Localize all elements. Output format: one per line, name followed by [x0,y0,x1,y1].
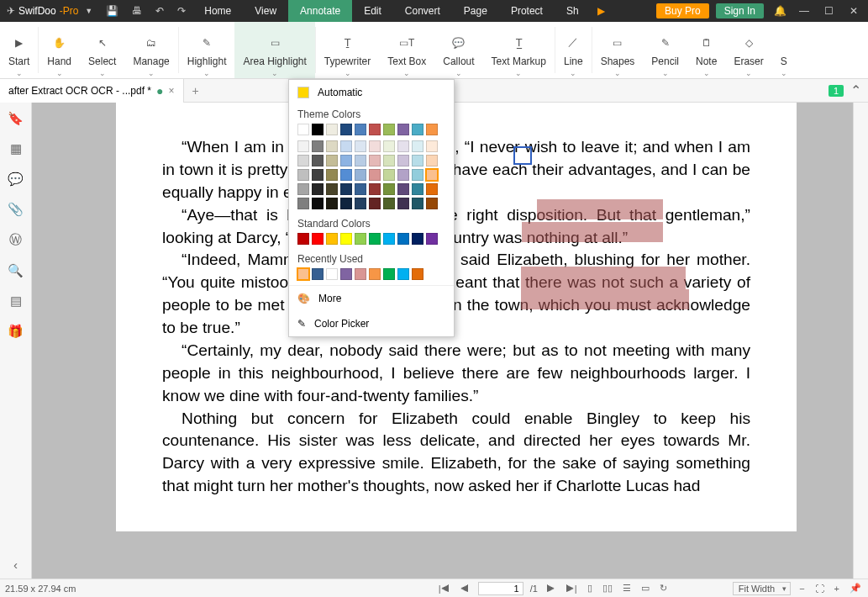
color-swatch[interactable] [383,140,395,152]
color-swatch[interactable] [340,155,352,166]
color-swatch[interactable] [355,183,366,195]
color-swatch[interactable] [412,169,423,181]
color-swatch[interactable] [369,183,381,195]
color-swatch[interactable] [312,124,324,135]
color-swatch[interactable] [297,183,309,195]
page-number-input[interactable] [478,582,523,595]
sidebar-collapse-icon[interactable]: ‹ [13,557,18,572]
read-mode-icon[interactable]: ▭ [639,583,651,594]
color-swatch[interactable] [312,169,324,181]
ribbon-note[interactable]: 🗒Note⌄ [687,22,725,78]
gift-icon[interactable]: 🎁 [8,324,24,339]
color-swatch[interactable] [383,183,395,195]
color-swatch[interactable] [412,198,423,209]
fullscreen-icon[interactable]: ⛶ [813,584,826,594]
zoom-in-button[interactable]: + [833,584,841,594]
color-swatch[interactable] [412,140,423,152]
buy-pro-button[interactable]: Buy Pro [656,3,709,18]
color-swatch[interactable] [397,155,409,166]
color-swatch[interactable] [355,198,366,209]
color-swatch[interactable] [297,140,309,152]
color-swatch[interactable] [397,198,409,209]
attachments-icon[interactable]: 📎 [8,202,24,217]
color-swatch[interactable] [412,233,423,245]
ribbon-text-box[interactable]: ▭TText Box⌄ [379,22,434,78]
ribbon-area-highlight[interactable]: ▭Area Highlight⌄ [234,22,314,78]
color-swatch[interactable] [383,268,395,280]
color-swatch[interactable] [369,198,381,209]
color-swatch[interactable] [383,233,395,245]
color-swatch[interactable] [426,124,438,135]
zoom-out-button[interactable]: − [797,584,806,594]
color-swatch[interactable] [383,124,395,135]
menu-edit[interactable]: Edit [352,0,393,22]
color-swatch[interactable] [355,155,366,166]
ribbon-line[interactable]: ／Line⌄ [555,22,592,78]
comments-icon[interactable]: 💬 [8,172,24,187]
tab-close-icon[interactable]: × [169,85,175,97]
add-tab-button[interactable]: + [184,84,208,98]
prev-page-button[interactable]: ⯇ [459,584,471,594]
color-swatch[interactable] [355,268,366,280]
color-swatch[interactable] [426,155,438,166]
color-swatch[interactable] [297,233,309,245]
color-swatch[interactable] [397,233,409,245]
color-swatch[interactable] [326,155,338,166]
color-swatch[interactable] [369,268,381,280]
ribbon-start[interactable]: ▶Start⌄ [0,22,38,78]
menu-page[interactable]: Page [452,0,499,22]
rotate-icon[interactable]: ↻ [658,583,669,594]
two-page-view-icon[interactable]: ▯▯ [601,583,614,594]
ribbon-eraser[interactable]: ◇Eraser⌄ [725,22,771,78]
color-swatch[interactable] [412,268,423,280]
color-swatch[interactable] [326,233,338,245]
color-swatch[interactable] [326,268,338,280]
color-swatch[interactable] [355,169,366,181]
color-swatch[interactable] [297,268,309,280]
color-swatch[interactable] [412,183,423,195]
single-page-view-icon[interactable]: ▯ [586,583,594,594]
first-page-button[interactable]: |⯇ [437,584,452,594]
layers-icon[interactable]: ▤ [10,293,22,309]
document-tab[interactable]: after Extract OCR OCR - ...pdf * ● × [0,79,184,103]
color-swatch[interactable] [426,233,438,245]
more-colors-item[interactable]: 🎨 More [289,286,454,311]
bell-icon[interactable]: 🔔 [767,0,792,22]
ribbon-manage[interactable]: 🗂Manage⌄ [124,22,177,78]
color-swatch[interactable] [326,198,338,209]
color-swatch[interactable] [312,155,324,166]
color-swatch[interactable] [355,233,366,245]
save-button[interactable]: 💾 [99,0,125,22]
menu-annotate[interactable]: Annotate [288,0,352,22]
color-swatch[interactable] [369,169,381,181]
color-swatch[interactable] [355,124,366,135]
thumbnails-icon[interactable]: ▦ [10,141,22,156]
color-swatch[interactable] [383,198,395,209]
redo-button[interactable]: ↷ [171,0,192,22]
menu-convert[interactable]: Convert [393,0,452,22]
color-swatch[interactable] [312,198,324,209]
color-swatch[interactable] [297,124,309,135]
print-button[interactable]: 🖶 [125,0,149,22]
color-swatch[interactable] [369,124,381,135]
menu-view[interactable]: View [243,0,288,22]
color-swatch[interactable] [340,198,352,209]
collapse-ribbon-icon[interactable]: ⌃ [850,82,861,98]
ribbon-pencil[interactable]: ✎Pencil⌄ [643,22,687,78]
color-swatch[interactable] [369,233,381,245]
minimize-button[interactable]: — [792,0,818,22]
ribbon-typewriter[interactable]: ṮTypewriter⌄ [316,22,379,78]
color-swatch[interactable] [312,183,324,195]
search-icon[interactable]: 🔍 [8,263,24,278]
selection-box[interactable] [513,146,532,165]
automatic-color-item[interactable]: Automatic [289,80,454,105]
continuous-view-icon[interactable]: ☰ [621,583,633,594]
color-swatch[interactable] [312,233,324,245]
pin-icon[interactable]: 📌 [848,583,863,594]
color-swatch[interactable] [383,169,395,181]
chevron-down-icon[interactable]: ▼ [85,7,92,15]
color-swatch[interactable] [340,140,352,152]
close-button[interactable]: ✕ [843,0,868,22]
color-swatch[interactable] [312,140,324,152]
zoom-select[interactable]: Fit Width [733,582,791,595]
